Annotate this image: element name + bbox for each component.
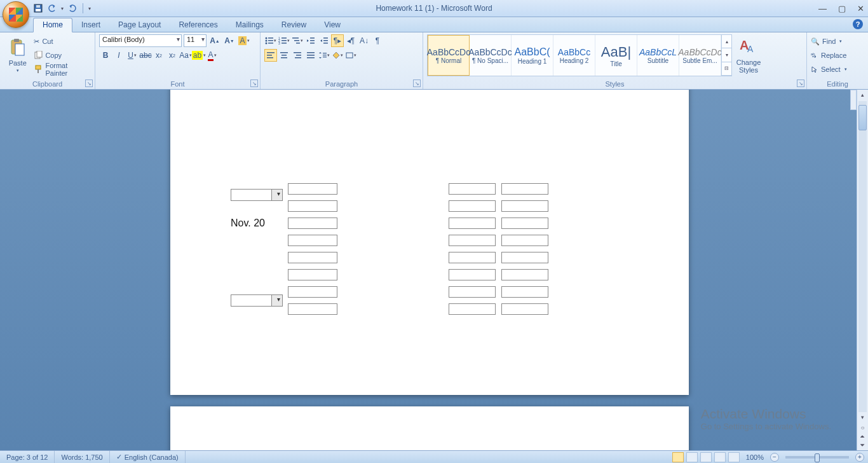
qat-customize-icon[interactable]: ▾ [88, 6, 91, 11]
gallery-up-icon[interactable]: ▴ [722, 35, 731, 48]
office-button[interactable] [3, 1, 29, 28]
change-styles-button[interactable]: AA Change Styles [735, 34, 763, 76]
draft-view[interactable] [728, 452, 740, 462]
font-launcher[interactable]: ↘ [250, 79, 258, 87]
tab-insert[interactable]: Insert [72, 18, 109, 32]
vertical-scrollbar[interactable]: ▴ ▾ ○ ⏶ ⏷ [857, 90, 868, 450]
tab-mailings[interactable]: Mailings [227, 18, 273, 32]
status-language[interactable]: ✓English (Canada) [110, 451, 186, 463]
credit-input[interactable] [501, 200, 548, 212]
account-input[interactable] [288, 286, 337, 298]
credit-input[interactable] [501, 183, 548, 195]
web-layout-view[interactable] [700, 452, 712, 462]
paragraph-launcher[interactable]: ↘ [413, 79, 421, 87]
style-subtle-emphasis[interactable]: AaBbCcDcSubtle Em... [679, 35, 721, 76]
italic-button[interactable]: I [112, 49, 125, 62]
font-name-combo[interactable]: Calibri (Body) [99, 34, 182, 47]
scroll-thumb[interactable] [858, 105, 867, 130]
scroll-track[interactable] [858, 101, 867, 412]
tab-references[interactable]: References [170, 18, 226, 32]
outline-view[interactable] [714, 452, 726, 462]
cut-button[interactable]: ✂Cut [34, 34, 91, 48]
shading-button[interactable] [331, 49, 344, 62]
multilevel-button[interactable] [291, 34, 304, 47]
line-spacing-button[interactable] [318, 49, 330, 62]
undo-dropdown-icon[interactable]: ▾ [61, 6, 64, 11]
scroll-up-icon[interactable]: ▴ [857, 90, 868, 100]
ltr-button[interactable]: ¶▸ [331, 34, 344, 47]
document-page-3[interactable]: Nov. 20 [170, 90, 689, 395]
ruler-toggle[interactable] [850, 90, 857, 110]
credit-input[interactable] [501, 303, 548, 315]
account-input[interactable] [288, 252, 337, 263]
debit-input[interactable] [449, 252, 496, 263]
gallery-down-icon[interactable]: ▾ [722, 48, 731, 62]
print-layout-view[interactable] [672, 452, 684, 462]
clipboard-launcher[interactable]: ↘ [85, 79, 93, 87]
shrink-font-button[interactable]: A▼ [223, 34, 236, 47]
numbering-button[interactable]: 123 [278, 34, 290, 47]
align-right-button[interactable] [291, 49, 304, 62]
credit-input[interactable] [501, 286, 548, 298]
date-select[interactable] [231, 294, 283, 307]
debit-input[interactable] [449, 183, 496, 195]
status-words[interactable]: Words: 1,750 [55, 451, 109, 463]
change-case-button[interactable]: Aa [179, 49, 192, 62]
bold-button[interactable]: B [99, 49, 112, 62]
increase-indent-button[interactable] [318, 34, 330, 47]
account-input[interactable] [288, 235, 337, 246]
debit-input[interactable] [449, 200, 496, 212]
debit-input[interactable] [449, 235, 496, 246]
debit-input[interactable] [449, 269, 496, 280]
full-screen-view[interactable] [686, 452, 698, 462]
zoom-level[interactable]: 100% [746, 453, 764, 461]
font-color-button[interactable]: A [206, 49, 219, 62]
tab-review[interactable]: Review [273, 18, 315, 32]
document-page-4[interactable]: Closing entries: Date Account Titles and… [170, 406, 689, 450]
underline-button[interactable]: U [126, 49, 139, 62]
paste-button[interactable]: Paste ▾ [4, 34, 31, 76]
help-icon[interactable]: ? [853, 19, 863, 29]
tab-home[interactable]: Home [33, 18, 72, 32]
style-normal[interactable]: AaBbCcDc¶ Normal [428, 35, 470, 76]
account-input[interactable] [288, 200, 337, 212]
grow-font-button[interactable]: A▲ [208, 34, 221, 47]
decrease-indent-button[interactable] [304, 34, 317, 47]
bullets-button[interactable] [264, 34, 277, 47]
style-heading-1[interactable]: AaBbC(Heading 1 [512, 35, 553, 76]
tab-view[interactable]: View [315, 18, 349, 32]
strikethrough-button[interactable]: abc [139, 49, 152, 62]
justify-button[interactable] [304, 49, 317, 62]
format-painter-button[interactable]: Format Painter [34, 62, 91, 76]
credit-input[interactable] [501, 252, 548, 263]
account-input[interactable] [288, 183, 337, 195]
subscript-button[interactable]: x2 [153, 49, 165, 62]
tab-page-layout[interactable]: Page Layout [109, 18, 170, 32]
save-icon[interactable] [33, 3, 43, 13]
borders-button[interactable] [344, 49, 357, 62]
debit-input[interactable] [449, 303, 496, 315]
credit-input[interactable] [501, 218, 548, 229]
align-left-button[interactable] [264, 49, 277, 62]
credit-input[interactable] [501, 235, 548, 246]
font-size-combo[interactable]: 11 [184, 34, 207, 47]
clear-formatting-button[interactable]: A [238, 34, 250, 47]
rtl-button[interactable]: ◂¶ [344, 34, 357, 47]
highlight-button[interactable]: ab [193, 49, 205, 62]
status-page[interactable]: Page: 3 of 12 [0, 451, 55, 463]
debit-input[interactable] [449, 286, 496, 298]
align-center-button[interactable] [278, 49, 290, 62]
style-title[interactable]: AaB|Title [595, 35, 637, 76]
date-select[interactable] [231, 189, 283, 201]
redo-icon[interactable] [67, 3, 78, 13]
next-page-icon[interactable]: ⏷ [857, 440, 868, 450]
select-button[interactable]: Select▾ [811, 62, 847, 76]
credit-input[interactable] [501, 269, 548, 280]
account-input[interactable] [288, 303, 337, 315]
copy-button[interactable]: Copy [34, 48, 91, 62]
scroll-down-icon[interactable]: ▾ [857, 412, 868, 422]
maximize-button[interactable]: ▢ [838, 4, 846, 13]
gallery-more-icon[interactable]: ⊟ [722, 62, 731, 76]
minimize-button[interactable]: — [818, 4, 827, 13]
zoom-in-button[interactable]: + [855, 453, 864, 462]
